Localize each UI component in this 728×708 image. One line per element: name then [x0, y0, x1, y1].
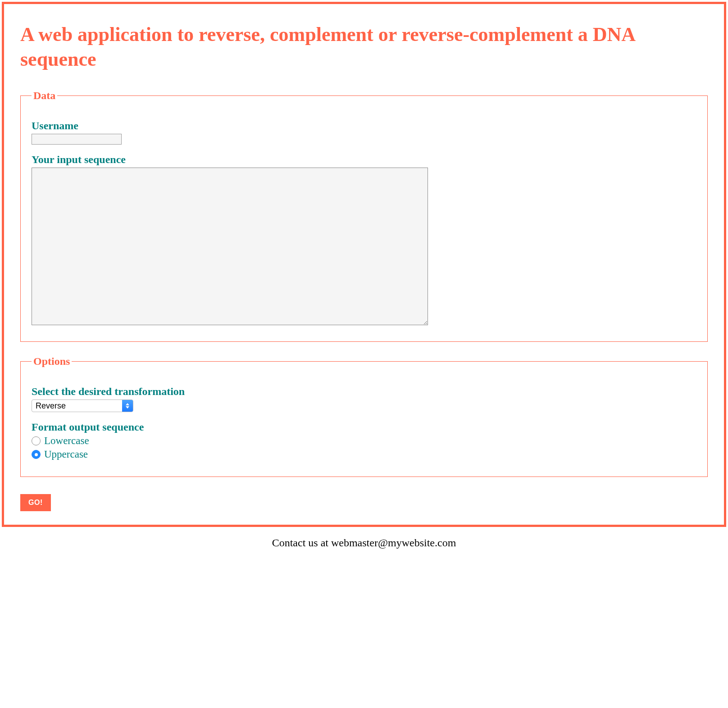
chevron-up-icon [126, 403, 129, 405]
transform-select[interactable]: Reverse [32, 399, 133, 412]
data-legend: Data [32, 90, 57, 102]
data-fieldset: Data Username Your input sequence [20, 90, 708, 342]
format-label: Format output sequence [32, 421, 696, 433]
radio-lowercase-row[interactable]: Lowercase [32, 435, 696, 447]
radio-lowercase-label: Lowercase [44, 435, 89, 447]
username-input[interactable] [32, 134, 122, 145]
options-legend: Options [32, 355, 72, 368]
username-label: Username [32, 120, 696, 132]
radio-uppercase-label: Uppercase [44, 449, 88, 460]
main-panel: A web application to reverse, complement… [2, 2, 726, 527]
go-button[interactable]: GO! [20, 494, 51, 511]
options-fieldset: Options Select the desired transformatio… [20, 355, 708, 477]
footer-contact: Contact us at webmaster@mywebsite.com [0, 529, 728, 560]
chevron-down-icon [126, 406, 129, 408]
radio-uppercase-row[interactable]: Uppercase [32, 449, 696, 460]
page-title: A web application to reverse, complement… [20, 22, 708, 72]
sequence-textarea[interactable] [32, 168, 428, 325]
sequence-label: Your input sequence [32, 154, 696, 166]
radio-uppercase[interactable] [32, 450, 41, 459]
transform-label: Select the desired transformation [32, 386, 696, 398]
transform-select-value: Reverse [32, 400, 122, 412]
radio-lowercase[interactable] [32, 436, 41, 445]
select-toggle-icon [122, 400, 133, 412]
